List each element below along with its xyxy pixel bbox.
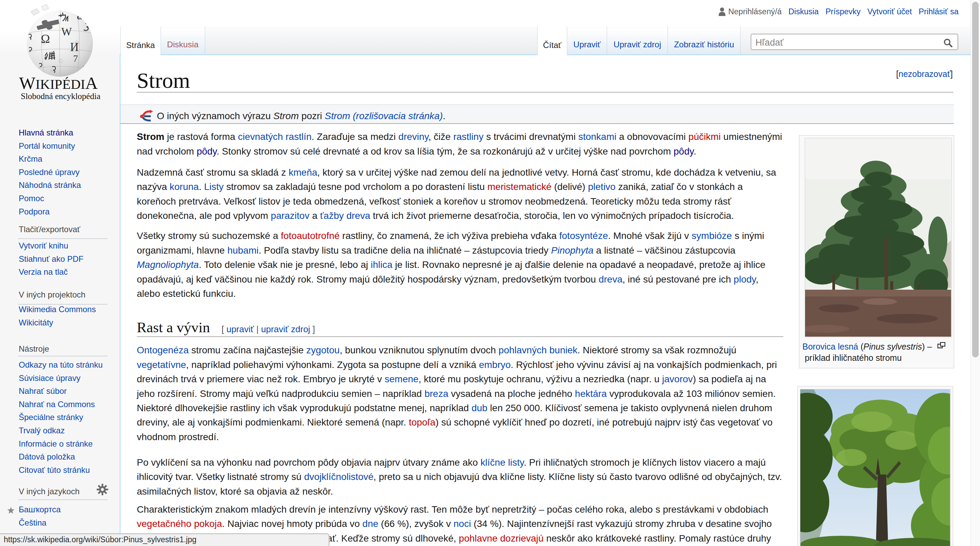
svg-text:ω: ω: [77, 12, 83, 21]
svg-text:WIKIPÉDIA: WIKIPÉDIA: [19, 73, 98, 92]
svg-text:Slobodná encyklopédia: Slobodná encyklopédia: [21, 92, 100, 101]
svg-text:Ω: Ω: [41, 32, 50, 46]
svg-text:ж: ж: [82, 63, 88, 71]
svg-text:7: 7: [73, 53, 78, 64]
svg-text:W: W: [61, 25, 72, 38]
svg-text:И: И: [70, 40, 79, 54]
